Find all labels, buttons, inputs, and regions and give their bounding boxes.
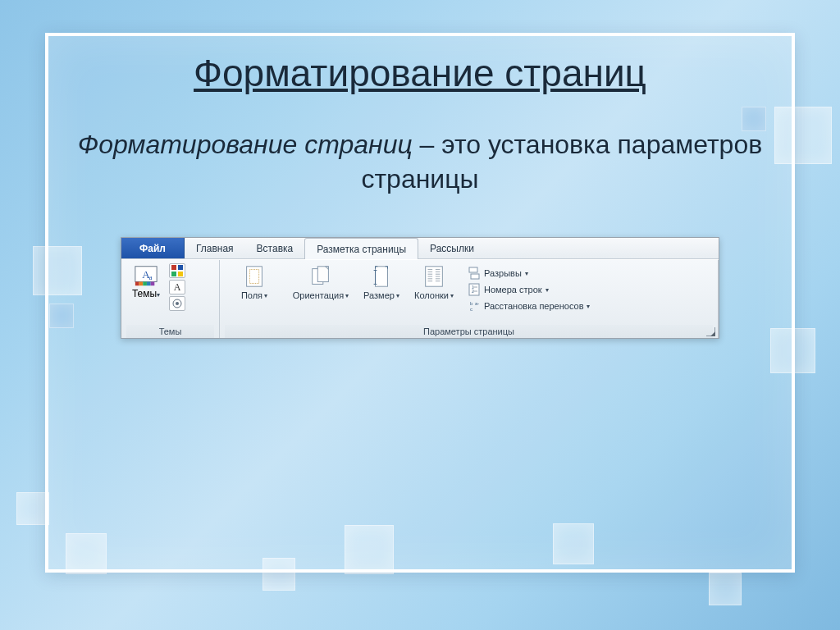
svg-rect-11 <box>178 272 183 276</box>
margins-icon <box>242 264 267 289</box>
breaks-button[interactable]: Разрывы ▾ <box>468 267 590 280</box>
svg-point-14 <box>176 302 179 305</box>
svg-rect-37 <box>471 274 479 279</box>
slide-frame: Форматирование страниц Форматирование ст… <box>45 33 795 573</box>
dropdown-icon: ▾ <box>587 303 590 310</box>
size-icon <box>369 264 394 289</box>
line-numbers-button[interactable]: 1 2 Номера строк ▾ <box>468 283 590 296</box>
theme-colors-button[interactable] <box>169 263 185 278</box>
svg-rect-18 <box>317 267 328 282</box>
svg-rect-5 <box>143 282 147 286</box>
line-numbers-icon: 1 2 <box>468 283 481 296</box>
svg-rect-7 <box>151 282 155 286</box>
svg-text:a: a <box>149 273 153 281</box>
svg-rect-8 <box>171 265 176 270</box>
line-numbers-label: Номера строк <box>484 285 542 294</box>
group-label-page-setup: Параметры страницы <box>225 325 713 338</box>
ribbon-tabs: Файл Главная Вставка Разметка страницы Р… <box>121 238 719 259</box>
breaks-icon <box>468 267 481 280</box>
svg-text:a-: a- <box>475 301 479 306</box>
tab-home[interactable]: Главная <box>185 238 245 258</box>
tab-file[interactable]: Файл <box>121 238 185 258</box>
size-label: Размер <box>363 290 395 300</box>
tab-page-layout[interactable]: Разметка страницы <box>304 238 418 259</box>
definition-term: Форматирование страниц <box>78 130 413 159</box>
size-button[interactable]: Размер▾ <box>358 262 405 300</box>
svg-rect-10 <box>171 272 176 276</box>
tab-mailings[interactable]: Рассылки <box>418 238 486 258</box>
svg-rect-3 <box>135 282 139 286</box>
margins-button[interactable]: Поля▾ <box>225 262 284 300</box>
dropdown-icon: ▾ <box>345 292 349 299</box>
group-themes: A a Темы▾ <box>121 260 220 338</box>
svg-rect-36 <box>469 267 477 272</box>
theme-effects-button[interactable] <box>169 296 185 311</box>
svg-rect-6 <box>147 282 151 286</box>
svg-rect-9 <box>178 265 183 270</box>
group-page-setup: Поля▾ Ориентация▾ <box>220 260 719 338</box>
theme-fonts-button[interactable]: A <box>169 280 185 294</box>
svg-text:A: A <box>174 281 181 293</box>
hyphenation-icon: b a- c <box>468 299 481 313</box>
orientation-icon <box>308 264 333 289</box>
svg-rect-4 <box>139 282 144 286</box>
svg-text:c: c <box>470 307 472 312</box>
svg-rect-19 <box>376 267 388 286</box>
orientation-label: Ориентация <box>293 290 344 300</box>
hyphenation-label: Расстановка переносов <box>484 301 583 311</box>
themes-button[interactable]: A a Темы▾ <box>126 262 166 299</box>
dropdown-icon: ▾ <box>546 286 549 294</box>
columns-label: Колонки <box>414 290 449 300</box>
margins-label: Поля <box>241 290 262 300</box>
slide-definition: Форматирование страниц – это установка п… <box>48 128 792 196</box>
ribbon-body: A a Темы▾ <box>121 259 719 338</box>
page-setup-dialog-launcher[interactable] <box>706 327 715 336</box>
columns-icon <box>422 264 446 289</box>
svg-text:b: b <box>470 301 473 306</box>
dropdown-icon: ▾ <box>396 292 399 299</box>
word-ribbon-screenshot: Файл Главная Вставка Разметка страницы Р… <box>121 237 719 339</box>
svg-rect-38 <box>469 284 479 295</box>
effects-icon <box>171 297 184 310</box>
themes-button-label: Темы <box>132 288 157 299</box>
colors-icon <box>171 264 184 277</box>
dropdown-icon: ▾ <box>264 292 267 299</box>
tab-insert[interactable]: Вставка <box>245 238 305 258</box>
breaks-label: Разрывы <box>484 268 522 278</box>
columns-button[interactable]: Колонки▾ <box>409 262 459 300</box>
group-label-themes: Темы <box>126 325 214 338</box>
orientation-button[interactable]: Ориентация▾ <box>287 262 354 300</box>
slide-title: Форматирование страниц <box>48 51 792 95</box>
fonts-icon: A <box>171 281 184 294</box>
dropdown-icon: ▾ <box>157 291 160 299</box>
themes-icon: A a <box>134 263 158 288</box>
definition-text: – это установка параметров страницы <box>361 130 762 194</box>
hyphenation-button[interactable]: b a- c Расстановка переносов ▾ <box>468 299 590 313</box>
dropdown-icon: ▾ <box>450 292 454 299</box>
dropdown-icon: ▾ <box>525 270 528 277</box>
